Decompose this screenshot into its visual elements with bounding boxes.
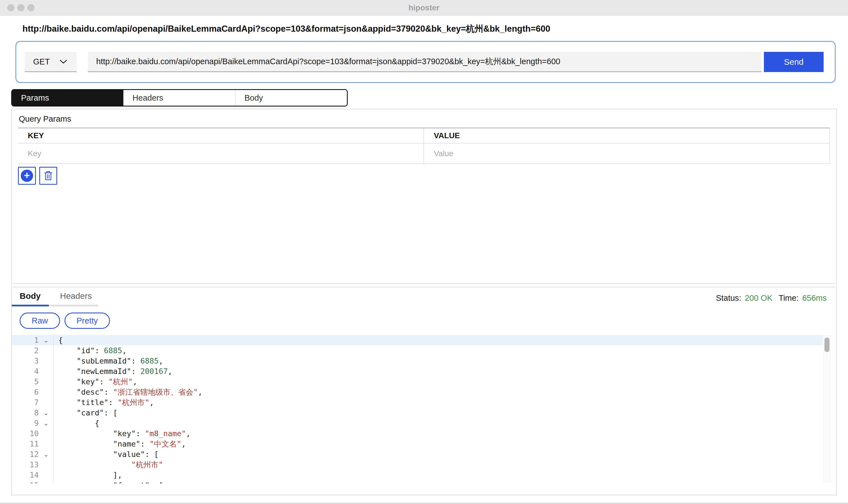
request-url-heading: http://baike.baidu.com/api/openapi/Baike… — [22, 23, 837, 35]
raw-button[interactable]: Raw — [20, 312, 60, 329]
code-lines: 1⌄{2 "id": 6885,3 "subLemmaId": 6885,4 "… — [12, 335, 836, 484]
fold-spacer — [39, 345, 53, 356]
fold-spacer — [39, 356, 53, 366]
code-line: 10 "key": "m8_name", — [12, 428, 823, 439]
line-number: 12 — [12, 449, 39, 460]
line-number: 15 — [12, 480, 39, 484]
param-key-cell — [18, 144, 424, 163]
code-line: 8⌄ "card": [ — [12, 408, 823, 418]
status-value: 200 OK — [745, 293, 772, 303]
code-line: 4 "newLemmaId": 200167, — [12, 366, 823, 376]
gutter: 14 — [12, 470, 54, 480]
line-number: 14 — [12, 470, 39, 480]
fold-spacer — [39, 480, 53, 484]
response-tabs: Body Headers — [12, 291, 836, 306]
gutter: 3 — [12, 356, 54, 366]
response-tab-body[interactable]: Body — [12, 291, 49, 306]
param-row-actions: + — [18, 167, 830, 185]
gutter: 2 — [12, 345, 54, 356]
query-params-title: Query Params — [19, 114, 830, 124]
code-text: "key": "m8_name", — [54, 428, 190, 439]
tab-params[interactable]: Params — [12, 90, 123, 106]
app-window: hiposter http://baike.baidu.com/api/open… — [0, 0, 848, 504]
fold-chevron-icon[interactable]: ⌄ — [39, 449, 53, 460]
line-number: 4 — [12, 366, 39, 376]
minimize-window-button[interactable] — [17, 4, 24, 11]
add-param-button[interactable]: + — [18, 167, 36, 185]
param-key-input[interactable] — [28, 149, 404, 158]
line-number: 9 — [12, 418, 39, 428]
code-line: 12⌄ "value": [ — [12, 449, 823, 460]
table-header-row: KEY VALUE — [18, 128, 830, 144]
code-line: 14 ], — [12, 470, 823, 480]
code-line: 6 "desc": "浙江省辖地级市、省会", — [12, 387, 823, 397]
line-number: 1 — [12, 335, 39, 345]
param-value-input[interactable] — [434, 149, 810, 158]
code-text: "subLemmaId": 6885, — [54, 356, 163, 366]
fold-chevron-icon[interactable]: ⌄ — [39, 335, 53, 345]
tab-headers[interactable]: Headers — [123, 90, 235, 106]
request-tabs: Params Headers Body — [11, 89, 348, 107]
code-text: { — [54, 335, 63, 345]
response-header: Body Headers Status: 200 OK Time: 656ms — [12, 287, 836, 306]
plus-icon: + — [21, 169, 33, 182]
response-body-viewer[interactable]: 1⌄{2 "id": 6885,3 "subLemmaId": 6885,4 "… — [12, 335, 836, 484]
method-select[interactable]: GET — [25, 52, 76, 72]
gutter: 10 — [12, 428, 54, 439]
fold-spacer — [39, 460, 53, 470]
gutter: 8⌄ — [12, 408, 54, 418]
scrollbar[interactable] — [823, 336, 831, 482]
pretty-button[interactable]: Pretty — [65, 312, 110, 329]
status-label: Status: — [716, 293, 741, 303]
gutter: 6 — [12, 387, 54, 397]
delete-param-button[interactable] — [39, 167, 57, 185]
code-text: ], — [54, 470, 122, 480]
gutter: 11 — [12, 439, 54, 449]
response-tab-headers-label: Headers — [60, 291, 92, 301]
code-line: 13 "杭州市" — [12, 460, 823, 470]
tab-body[interactable]: Body — [235, 90, 347, 106]
fold-chevron-icon[interactable]: ⌄ — [39, 408, 53, 418]
fold-spacer — [39, 428, 53, 439]
send-button[interactable]: Send — [764, 52, 824, 72]
zoom-window-button[interactable] — [28, 4, 35, 11]
code-text: "card": [ — [54, 408, 118, 418]
method-select-value: GET — [33, 57, 50, 67]
fold-spacer — [39, 439, 53, 449]
fold-spacer — [39, 366, 53, 376]
line-number: 11 — [12, 439, 39, 449]
close-window-button[interactable] — [7, 4, 14, 11]
trash-icon — [43, 170, 53, 181]
fold-chevron-icon[interactable]: ⌄ — [39, 418, 53, 428]
code-text: "value": [ — [54, 449, 159, 460]
line-number: 5 — [12, 376, 39, 387]
gutter: 5 — [12, 376, 54, 387]
code-text: "newLemmaId": 200167, — [54, 366, 172, 376]
url-input[interactable] — [88, 52, 761, 72]
table-row — [18, 144, 830, 164]
fold-spacer — [39, 397, 53, 408]
chevron-down-icon — [59, 59, 68, 64]
fold-spacer — [39, 470, 53, 480]
gutter: 1⌄ — [12, 335, 54, 345]
response-tab-body-label: Body — [20, 291, 41, 301]
scrollbar-thumb[interactable] — [825, 338, 830, 352]
code-text: { — [54, 418, 99, 428]
query-params-table: KEY VALUE — [18, 128, 830, 164]
value-column-header: VALUE — [424, 128, 830, 143]
gutter: 12⌄ — [12, 449, 54, 460]
request-bar: GET Send — [15, 41, 836, 83]
gutter: 4 — [12, 366, 54, 376]
line-number: 3 — [12, 356, 39, 366]
window-bottom-edge — [0, 503, 848, 504]
response-panel: Body Headers Status: 200 OK Time: 656ms … — [11, 287, 837, 495]
gutter: 7 — [12, 397, 54, 408]
code-line: 11 "name": "中文名", — [12, 439, 823, 449]
response-meta: Status: 200 OK Time: 656ms — [716, 293, 827, 303]
code-line: 15 "format": [ — [12, 480, 823, 484]
code-line: 1⌄{ — [12, 335, 823, 345]
response-tab-headers[interactable]: Headers — [49, 291, 98, 306]
code-line: 7 "title": "杭州市", — [12, 397, 823, 408]
fold-spacer — [39, 376, 53, 387]
line-number: 7 — [12, 397, 39, 408]
